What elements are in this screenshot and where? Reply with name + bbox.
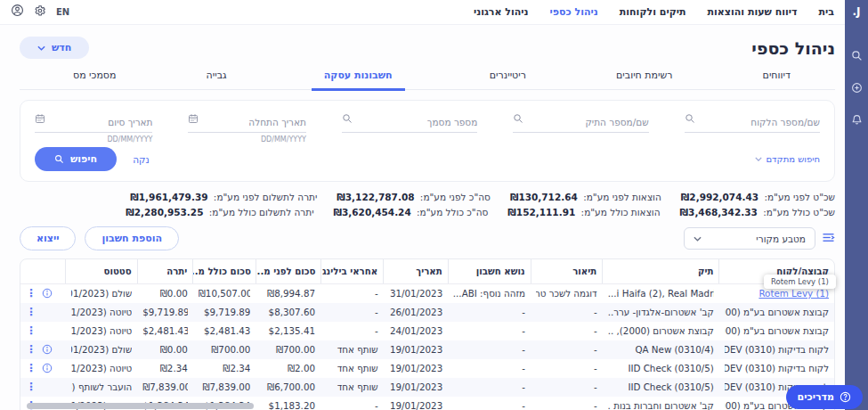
search-button[interactable]: חיפוש — [35, 147, 117, 171]
column-header[interactable]: נושא חשבון — [448, 259, 531, 284]
column-header[interactable]: סכום כולל מ... — [193, 259, 256, 284]
cell-date: 19/01/2023 — [389, 363, 443, 373]
cell-client[interactable]: Rotem Levy (1) — [725, 288, 829, 299]
cell-description: - — [536, 307, 597, 317]
cell-status: טיוטה (01/2023... — [71, 325, 133, 336]
info-icon[interactable] — [42, 344, 53, 355]
table-toolbar: מטבע מקורי הוספת חשבון ייצוא — [20, 226, 835, 250]
table-row[interactable]: Rotem Levy (1)...i Haifa (2), Real Madri… — [20, 284, 834, 303]
kebab-menu-icon[interactable]: ⋮ — [26, 381, 37, 392]
export-button[interactable]: ייצוא — [20, 226, 76, 250]
column-header-actions — [20, 259, 66, 284]
column-header[interactable]: תיאור — [531, 259, 603, 284]
summary-label: יתרה לתשלום כולל מע"מ: — [206, 207, 313, 217]
row-actions: ⋮ — [26, 307, 61, 317]
language-toggle[interactable]: EN — [56, 7, 69, 17]
cell-amount-before-vat: ₪2.00 — [261, 363, 315, 373]
table-row[interactable]: לקוח בדיקות DEV (0310)QA New (0310/4)--1… — [20, 340, 834, 359]
date-format-hint: DD/MM/YYYY — [35, 135, 152, 144]
cell-amount-before-vat: ₪8,994.87 — [261, 288, 315, 299]
columns-settings-icon[interactable] — [822, 230, 835, 247]
tab[interactable]: גבייה — [201, 70, 232, 89]
info-icon[interactable] — [42, 363, 53, 373]
kebab-menu-icon[interactable]: ⋮ — [26, 307, 37, 317]
cell-balance: ₪7,839.00 — [142, 381, 188, 392]
gear-icon[interactable] — [34, 4, 46, 20]
nav-item[interactable]: ניהול ארגוני — [474, 6, 529, 18]
cell-date: 26/01/2023 — [389, 307, 443, 317]
cell-case: קב' אשטרום וחברות בנות ... — [608, 400, 714, 410]
search-field: תאריך התחלהDD/MM/YYYY — [188, 114, 305, 144]
search-input[interactable]: תאריך התחלה — [188, 114, 305, 133]
tab[interactable]: ריטיינרים — [484, 70, 531, 89]
cell-balance: ₪0.00 — [142, 344, 188, 355]
table-row[interactable]: לקוח בדיקות DEV (0310)IID Check (0310/5)… — [20, 359, 834, 378]
column-header[interactable]: תיק — [603, 259, 719, 284]
summary-label: שכ"ט לפני מע"מ: — [761, 192, 835, 202]
user-icon[interactable] — [11, 4, 24, 20]
info-icon[interactable] — [42, 288, 53, 299]
column-header[interactable]: תאריך — [384, 259, 449, 284]
search-input[interactable]: תאריך סיום — [35, 114, 152, 133]
table-row[interactable]: קבוצת אשטרום בע"מ (2000)קבוצת אשטרום (20… — [20, 322, 834, 340]
cell-amount-incl-vat: $9,719.89 — [199, 307, 251, 317]
tab[interactable]: דיווחים — [758, 70, 796, 89]
column-header[interactable]: יתרה — [137, 259, 193, 284]
table-row[interactable]: קבוצת אשטרום בע"מ (2000)קב' אשטרום-אלגדו… — [20, 303, 834, 322]
nav-item[interactable]: ניהול כספי — [550, 6, 598, 18]
summary-label: סה"כ כולל מע"מ: — [414, 207, 489, 217]
search-field: מספר מסמך — [342, 114, 477, 144]
search-input[interactable]: מספר מסמך — [342, 114, 477, 133]
advanced-search-link[interactable]: חיפוש מתקדם — [755, 154, 820, 164]
kebab-menu-icon[interactable]: ⋮ — [26, 344, 37, 355]
kebab-menu-icon[interactable]: ⋮ — [26, 363, 37, 373]
bell-icon[interactable] — [851, 114, 863, 126]
help-circle-icon — [840, 391, 851, 403]
totals-summary: שכ"ט לפני מע"מ: ₪2,992,074.43הוצאות לפני… — [20, 192, 835, 217]
guides-button[interactable]: מדריכים — [786, 385, 863, 409]
cell-billing-manager: שותף אחד — [326, 344, 378, 355]
kebab-menu-icon[interactable]: ⋮ — [26, 325, 37, 336]
cell-case: קב' אשטרום-אלגדון- ערר... — [608, 307, 714, 317]
cell-amount-incl-vat: ₪2.34 — [199, 363, 251, 373]
add-account-button[interactable]: הוספת חשבון — [85, 226, 179, 250]
add-circle-icon[interactable] — [851, 82, 863, 94]
cell-status: הועבר לשותף (3... — [71, 381, 133, 392]
row-actions: ⋮ — [26, 288, 61, 299]
column-header[interactable]: סטטוס — [66, 259, 138, 284]
nav-item[interactable]: דיווח שעות והוצאות — [708, 6, 798, 18]
search-input[interactable]: שם/מספר התיק — [513, 114, 648, 133]
cell-amount-incl-vat: $2,481.43 — [199, 325, 251, 336]
cell-description: - — [536, 344, 597, 355]
column-header[interactable]: אחראי בילינג — [320, 259, 384, 284]
cell-amount-before-vat: ₪700.00 — [261, 344, 315, 355]
cell-status: טיוטה (01/2023... — [71, 363, 133, 373]
table-row[interactable]: לקוח בדיקות DEV (0310)IID Check (0310/5)… — [20, 378, 834, 397]
main-content: ניהול כספי חדש דיווחיםרשימת חיוביםריטיינ… — [0, 25, 845, 410]
tab[interactable]: חשבונות עסקה — [312, 70, 405, 91]
clear-button[interactable]: נקה — [133, 154, 150, 165]
cell-client: קבוצת אשטרום בע"מ (2000) — [725, 307, 829, 317]
calendar-icon — [35, 111, 45, 127]
tab[interactable]: מסמכי מס — [68, 70, 121, 89]
column-header[interactable]: סכום לפני מ... — [256, 259, 320, 284]
new-button[interactable]: חדש — [20, 37, 89, 59]
summary-label: שכ"ט כולל מע"מ: — [760, 207, 835, 217]
summary-item: הוצאות לפני מע"מ: ₪130,712.64 — [510, 192, 661, 202]
horizontal-scrollbar[interactable] — [27, 403, 254, 409]
cell-case: IID Check (0310/5) — [608, 381, 714, 392]
currency-dropdown[interactable]: מטבע מקורי — [684, 227, 815, 250]
accounts-table: קבוצה/לקוחתיקתיאורנושא חשבוןתאריךאחראי ב… — [20, 258, 835, 410]
app-logo: J. — [845, 5, 868, 18]
cell-billing-manager: - — [326, 400, 378, 410]
cell-amount-before-vat: $8,307.60 — [261, 307, 315, 317]
cell-subject: מזהה נוסף: ABI... — [453, 288, 525, 299]
cell-client: לקוח בדיקות DEV (0310) — [725, 344, 829, 355]
hover-tooltip: Rotem Levy (1) — [764, 275, 836, 289]
tab[interactable]: רשימת חיובים — [611, 70, 677, 89]
nav-item[interactable]: בית — [819, 6, 834, 18]
nav-item[interactable]: תיקים ולקוחות — [620, 6, 686, 18]
search-input[interactable]: שם/מספר הלקוח — [685, 114, 820, 133]
search-icon[interactable] — [851, 50, 863, 62]
kebab-menu-icon[interactable]: ⋮ — [26, 288, 37, 299]
